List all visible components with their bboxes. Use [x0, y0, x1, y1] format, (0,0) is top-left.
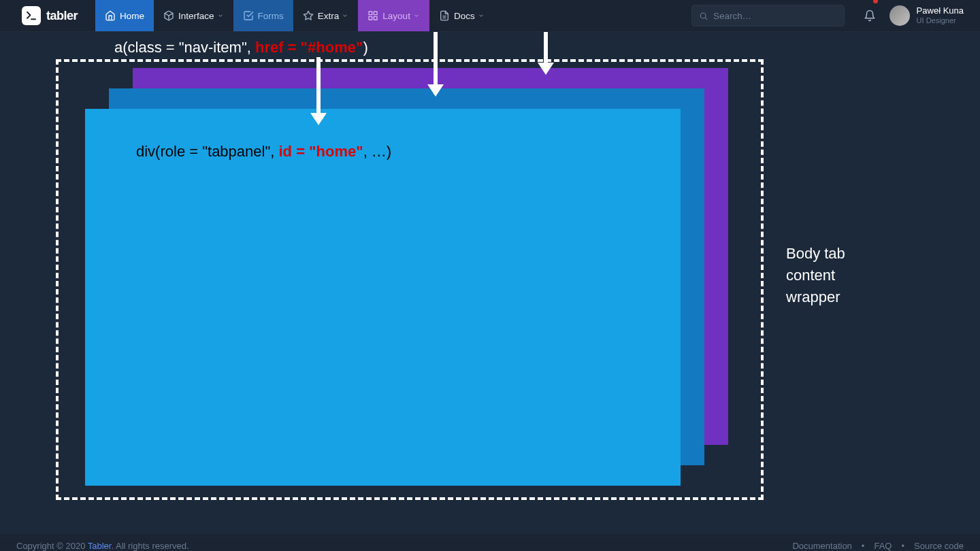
svg-rect-6: [369, 16, 372, 20]
annotation-panel-code: div(role = "tabpanel", id = "home", …): [136, 143, 391, 161]
annotation-line: content: [786, 265, 845, 286]
diagram-stage: a(class = "nav-item", href = "#home") di…: [0, 32, 980, 534]
home-icon: [105, 10, 116, 21]
annotation-side-label: Body tab content wrapper: [786, 243, 845, 308]
top-navbar: tabler Home Interface Forms Extra Layout: [0, 0, 980, 32]
brand-logo[interactable]: tabler: [16, 0, 83, 31]
svg-rect-5: [374, 16, 378, 20]
chevron-down-icon: [342, 12, 348, 19]
nav-item-home[interactable]: Home: [95, 0, 154, 31]
footer-links: Documentation • FAQ • Source code: [792, 541, 964, 551]
arrow-home-icon: [312, 57, 325, 125]
separator-dot-icon: •: [901, 541, 904, 551]
annotation-text: , …): [363, 143, 392, 160]
svg-rect-3: [369, 12, 372, 15]
user-role: UI Designer: [917, 16, 964, 26]
nav-label-interface: Interface: [178, 11, 214, 21]
tabpanel-home: div(role = "tabpanel", id = "home", …): [85, 109, 681, 486]
nav-label-forms: Forms: [258, 11, 284, 21]
svg-marker-2: [304, 11, 312, 20]
notification-dot-icon: [873, 0, 878, 3]
bell-icon: [864, 10, 876, 22]
annotation-text-highlight: href = "#home": [255, 39, 363, 56]
nav-item-layout[interactable]: Layout: [358, 0, 429, 31]
footer-link-source[interactable]: Source code: [914, 541, 964, 551]
svg-rect-4: [374, 12, 378, 15]
brand-logo-icon: [22, 6, 41, 25]
footer: Copyright © 2020 Tabler. All rights rese…: [0, 534, 980, 551]
arrow-layout-icon: [539, 32, 553, 75]
nav-label-extra: Extra: [318, 11, 340, 21]
nav-item-interface[interactable]: Interface: [154, 0, 233, 31]
nav-item-docs[interactable]: Docs: [429, 0, 494, 31]
main-nav: Home Interface Forms Extra Layout Docs: [95, 0, 494, 31]
chevron-down-icon: [413, 12, 420, 19]
avatar: [889, 5, 910, 26]
chevron-down-icon: [478, 12, 485, 19]
annotation-text-highlight: id = "home": [278, 143, 363, 160]
nav-label-home: Home: [120, 11, 144, 21]
annotation-text: div(role = "tabpanel",: [136, 143, 278, 160]
annotation-line: Body tab: [786, 243, 845, 265]
nav-label-docs: Docs: [454, 11, 475, 21]
search-input-wrapper[interactable]: [691, 5, 845, 27]
footer-text: . All rights reserved.: [111, 541, 189, 551]
brand-name: tabler: [46, 9, 78, 23]
annotation-nav-code: a(class = "nav-item", href = "#home"): [114, 39, 368, 56]
nav-label-layout: Layout: [382, 11, 410, 21]
annotation-text: a(class = "nav-item",: [114, 39, 255, 56]
nav-item-forms[interactable]: Forms: [233, 0, 293, 31]
checkbox-icon: [243, 10, 254, 21]
separator-dot-icon: •: [862, 541, 865, 551]
footer-brand-link[interactable]: Tabler: [88, 541, 112, 551]
footer-link-docs[interactable]: Documentation: [792, 541, 851, 551]
package-icon: [163, 10, 174, 21]
svg-line-10: [705, 18, 706, 19]
user-info: Paweł Kuna UI Designer: [917, 5, 964, 26]
search-icon: [699, 11, 708, 21]
annotation-line: wrapper: [786, 286, 845, 308]
star-icon: [303, 10, 314, 21]
svg-point-9: [700, 13, 706, 18]
layout-icon: [368, 10, 378, 21]
file-icon: [439, 10, 450, 21]
footer-text: Copyright © 2020: [16, 541, 88, 551]
user-name: Paweł Kuna: [917, 5, 964, 16]
chevron-down-icon: [217, 12, 224, 19]
footer-copyright: Copyright © 2020 Tabler. All rights rese…: [16, 541, 189, 551]
user-menu[interactable]: Paweł Kuna UI Designer: [889, 0, 964, 31]
arrow-forms-icon: [429, 32, 442, 97]
search-input[interactable]: [713, 11, 837, 21]
annotation-text: ): [363, 39, 368, 56]
nav-item-extra[interactable]: Extra: [293, 0, 359, 31]
notifications-button[interactable]: [864, 0, 876, 31]
footer-link-faq[interactable]: FAQ: [874, 541, 892, 551]
